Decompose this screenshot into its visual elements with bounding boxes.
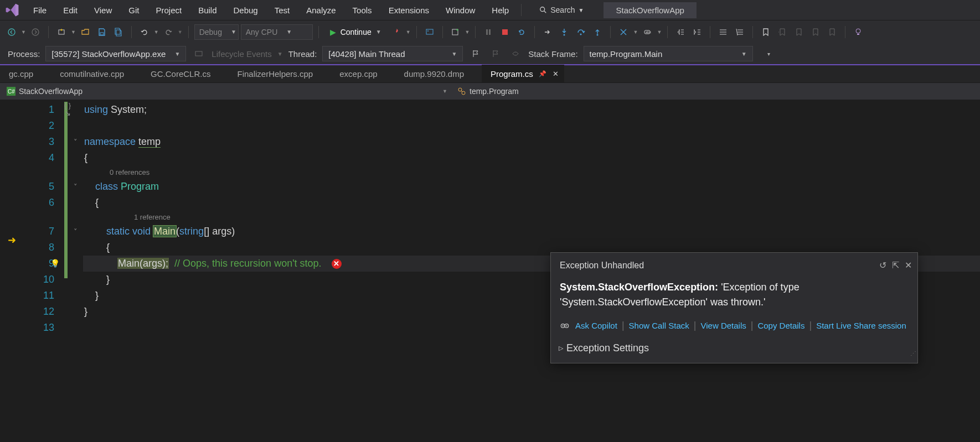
tab-finalizerhelpers-cpp[interactable]: FinalizerHelpers.cpp <box>228 65 331 82</box>
process-label: Process: <box>8 49 40 59</box>
tab-gc-cpp[interactable]: gc.cpp <box>0 65 51 82</box>
menu-git[interactable]: Git <box>121 2 147 18</box>
hot-reload-button[interactable] <box>389 25 404 39</box>
step-out-button[interactable] <box>590 25 605 39</box>
add-item-button[interactable] <box>448 25 463 39</box>
exception-settings-toggle[interactable]: ▷ Exception Settings <box>551 337 917 363</box>
ask-copilot-link[interactable]: Ask Copilot <box>575 318 617 334</box>
toolbar-overflow-button[interactable]: ▾ <box>762 46 776 61</box>
tab-dump-dmp[interactable]: dump.9920.dmp <box>395 65 482 82</box>
svg-rect-9 <box>486 29 488 35</box>
comment-button[interactable] <box>716 25 730 39</box>
stackframe-combo[interactable]: temp.Program.Main▼ <box>584 46 753 61</box>
tab-excep-cpp[interactable]: excep.cpp <box>331 65 395 82</box>
type-scope-combo[interactable]: temp.Program <box>454 86 522 97</box>
restart-button[interactable] <box>514 25 529 39</box>
intellicode-button[interactable]: abc <box>640 25 654 39</box>
browser-link-button[interactable] <box>422 25 437 39</box>
separator <box>521 4 522 16</box>
menu-build[interactable]: Build <box>190 2 224 18</box>
codelens-method[interactable]: 1 reference <box>83 211 980 223</box>
menu-help[interactable]: Help <box>484 2 517 18</box>
code-area[interactable]: using System; namespace temp { 0 referen… <box>83 100 980 442</box>
menu-tools[interactable]: Tools <box>345 2 380 18</box>
uncomment-button[interactable] <box>733 25 747 39</box>
fold-toggle[interactable]: ˅ <box>68 134 83 150</box>
menu-extensions[interactable]: Extensions <box>381 2 437 18</box>
close-icon[interactable]: ✕ <box>553 70 559 78</box>
view-details-link[interactable]: View Details <box>700 318 746 334</box>
menu-project[interactable]: Project <box>148 2 189 18</box>
history-icon[interactable]: ↺ <box>879 257 886 273</box>
nav-back-button[interactable] <box>4 25 19 39</box>
lightbulb-button[interactable] <box>851 25 865 39</box>
project-scope-combo[interactable]: C# StackOverflowApp ▼ <box>3 86 451 97</box>
copy-details-link[interactable]: Copy Details <box>757 318 804 334</box>
redo-button[interactable] <box>161 25 176 39</box>
lifecycle-label: Lifecycle Events <box>212 49 271 59</box>
menu-edit[interactable]: Edit <box>55 2 85 18</box>
code-editor[interactable]: ➜ { }↘ 1 2 3 4 5 6 7 8 9💡 10 11 12 13 ˅ … <box>0 100 980 442</box>
exception-popup: Exception Unhandled ↺ ⇱ ✕ System.StackOv… <box>550 252 918 363</box>
outlining-gutter[interactable]: ˅ ˅ ˅ <box>68 100 83 442</box>
menu-view[interactable]: View <box>86 2 120 18</box>
show-next-statement-button[interactable] <box>540 25 555 39</box>
bookmark-prev-button[interactable] <box>775 25 790 39</box>
platform-combo[interactable]: Any CPU▼ <box>241 24 313 40</box>
bookmark-next-button[interactable] <box>792 25 806 39</box>
svg-point-13 <box>580 33 582 35</box>
vs-logo-icon <box>4 2 20 18</box>
indent-more-button[interactable] <box>690 25 704 39</box>
process-combo[interactable]: [35572] StackOverflowApp.exe▼ <box>45 46 186 61</box>
menu-test[interactable]: Test <box>267 2 298 18</box>
thread-filter-button <box>508 46 523 61</box>
main-toolbar: ▼ ▼ ▼ ▼ Debug▼ Any CPU▼ ▶ Continue ▼ ▼ ▼… <box>0 20 980 43</box>
close-icon[interactable]: ✕ <box>905 257 912 273</box>
indent-less-button[interactable] <box>673 25 688 39</box>
csharp-icon: C# <box>7 87 16 96</box>
save-button[interactable] <box>95 25 109 39</box>
svg-point-2 <box>8 29 15 35</box>
breakpoint-gutter[interactable]: ➜ <box>0 100 21 442</box>
live-visual-tree-button[interactable] <box>616 25 631 39</box>
tab-program-cs[interactable]: Program.cs📌✕ <box>482 65 564 82</box>
fold-toggle[interactable]: ˅ <box>68 223 83 240</box>
exception-title: Exception Unhandled <box>560 257 644 273</box>
global-search[interactable]: Search ▼ <box>534 3 589 17</box>
bookmark-prev-folder-button[interactable] <box>808 25 823 39</box>
bookmark-toggle-button[interactable] <box>759 25 773 39</box>
save-all-button[interactable] <box>111 25 126 39</box>
config-combo[interactable]: Debug▼ <box>194 24 239 40</box>
tab-comutilnative-cpp[interactable]: comutilnative.cpp <box>51 65 142 82</box>
fold-toggle[interactable]: ˅ <box>68 179 83 195</box>
show-callstack-link[interactable]: Show Call Stack <box>629 318 689 334</box>
tab-gc-coreclr-cs[interactable]: GC.CoreCLR.cs <box>142 65 228 82</box>
flag-thread-button[interactable] <box>468 46 483 61</box>
pin-icon[interactable]: 📌 <box>539 70 546 77</box>
menu-window[interactable]: Window <box>438 2 483 18</box>
thread-combo[interactable]: [40428] Main Thread▼ <box>322 46 463 61</box>
menu-analyze[interactable]: Analyze <box>298 2 343 18</box>
pause-button[interactable] <box>481 25 496 39</box>
bracket-nav-icon[interactable]: { }↘ <box>64 102 71 117</box>
resize-grip-icon[interactable]: ⋰ <box>910 346 915 362</box>
codelens-class[interactable]: 0 references <box>83 166 980 179</box>
continue-button[interactable]: ▶ Continue ▼ <box>324 24 387 40</box>
open-button[interactable] <box>78 25 92 39</box>
liveshare-link[interactable]: Start Live Share session <box>816 318 906 334</box>
error-icon[interactable]: ✕ <box>332 259 342 269</box>
menu-file[interactable]: File <box>25 2 54 18</box>
dock-icon[interactable]: ⇱ <box>892 257 899 273</box>
svg-point-26 <box>566 325 567 326</box>
current-statement-arrow-icon: ➜ <box>8 234 16 246</box>
nav-forward-button[interactable] <box>28 25 43 39</box>
lightbulb-icon[interactable]: 💡 <box>50 256 60 272</box>
bookmark-next-folder-button[interactable] <box>825 25 839 39</box>
new-project-button[interactable] <box>54 25 69 39</box>
undo-button[interactable] <box>137 25 152 39</box>
step-over-button[interactable] <box>574 25 588 39</box>
menu-debug[interactable]: Debug <box>226 2 266 18</box>
solution-title[interactable]: StackOverflowApp <box>604 2 696 18</box>
stop-button[interactable] <box>498 25 512 39</box>
step-into-button[interactable] <box>557 25 571 39</box>
